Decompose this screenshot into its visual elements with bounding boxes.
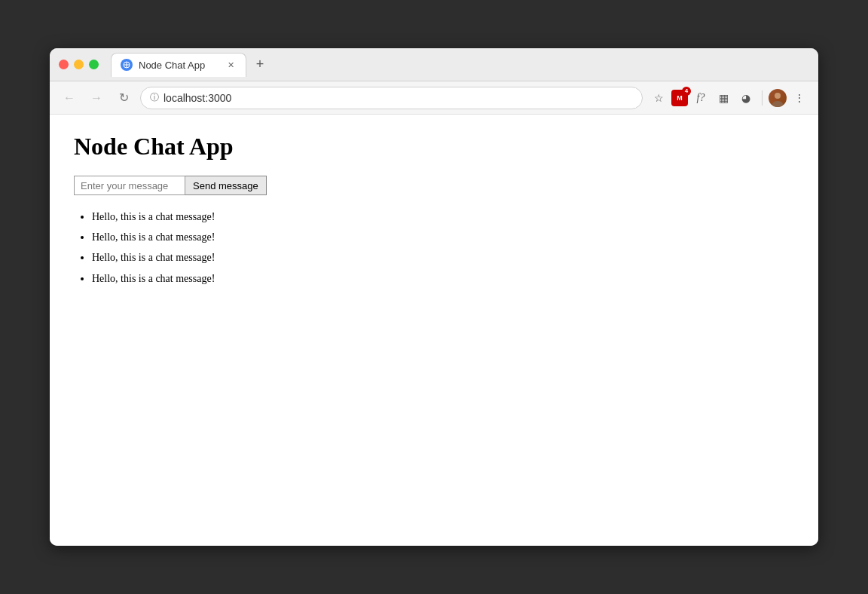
menu-button[interactable]: ⋮	[790, 88, 809, 108]
title-bar: Node Chat App ✕ +	[50, 48, 818, 81]
page-content: Node Chat App Send message Hello, this i…	[50, 115, 818, 546]
svg-point-4	[772, 101, 783, 107]
send-message-button[interactable]: Send message	[185, 176, 267, 195]
forward-button[interactable]: →	[86, 87, 107, 109]
list-item: Hello, this is a chat message!	[92, 207, 794, 226]
new-tab-button[interactable]: +	[249, 54, 270, 75]
menu-icon: ⋮	[794, 92, 805, 104]
user-avatar[interactable]	[769, 89, 787, 107]
browser-window: Node Chat App ✕ + ← → ↻ ⓘ localhost:3000	[50, 48, 818, 546]
bookmark-button[interactable]: ☆	[649, 88, 668, 108]
back-icon: ←	[63, 91, 75, 105]
address-text: localhost:3000	[164, 92, 633, 104]
nav-bar: ← → ↻ ⓘ localhost:3000 ☆ M 4	[50, 81, 818, 115]
extensions-container[interactable]: M 4	[671, 90, 688, 106]
reload-icon: ↻	[119, 90, 129, 105]
nav-divider	[762, 90, 763, 106]
address-bar[interactable]: ⓘ localhost:3000	[140, 87, 643, 109]
back-button[interactable]: ←	[59, 87, 80, 109]
forward-icon: →	[90, 91, 102, 105]
nav-actions: ☆ M 4 f? ▦ ◕	[649, 88, 809, 108]
formula-icon: f?	[697, 92, 705, 104]
tab-favicon-icon	[121, 59, 133, 71]
tab-close-button[interactable]: ✕	[225, 59, 237, 71]
close-button[interactable]	[59, 60, 69, 69]
minimize-button[interactable]	[74, 60, 84, 69]
extensions-icon: M 4	[671, 90, 688, 106]
cast-icon: ◕	[741, 92, 750, 104]
svg-point-3	[775, 93, 781, 99]
page-title: Node Chat App	[74, 133, 794, 161]
list-item: Hello, this is a chat message!	[92, 228, 794, 246]
list-item: Hello, this is a chat message!	[92, 248, 794, 267]
tab-bar: Node Chat App ✕ +	[111, 53, 809, 77]
screenshot-button[interactable]: ▦	[714, 88, 733, 108]
extensions-badge: 4	[682, 87, 691, 96]
screenshot-icon: ▦	[719, 92, 729, 104]
messages-list: Hello, this is a chat message!Hello, thi…	[92, 207, 794, 288]
message-form: Send message	[74, 176, 794, 195]
cast-button[interactable]: ◕	[736, 88, 756, 108]
window-controls	[59, 60, 99, 69]
tab-title: Node Chat App	[139, 60, 219, 71]
lock-icon: ⓘ	[150, 91, 159, 104]
maximize-button[interactable]	[89, 60, 99, 69]
bookmark-icon: ☆	[654, 92, 664, 104]
formula-button[interactable]: f?	[691, 88, 711, 108]
active-tab[interactable]: Node Chat App ✕	[111, 53, 246, 77]
desktop: Node Chat App ✕ + ← → ↻ ⓘ localhost:3000	[0, 0, 868, 594]
message-input[interactable]	[74, 176, 185, 195]
list-item: Hello, this is a chat message!	[92, 269, 794, 288]
reload-button[interactable]: ↻	[113, 87, 134, 109]
